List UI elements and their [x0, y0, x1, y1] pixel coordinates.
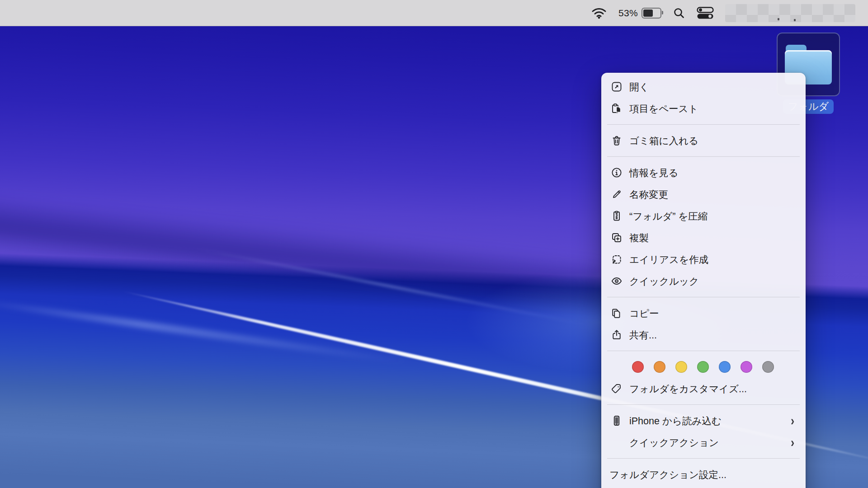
menu-item-label: コピー	[629, 307, 659, 320]
menu-bar-status-items: 53%	[585, 4, 855, 22]
menu-item-import-from-iphone[interactable]: iPhone から読み込む ›	[601, 410, 806, 432]
menu-item-label: 開く	[629, 80, 649, 94]
tag-green[interactable]	[697, 361, 709, 373]
rename-pencil-icon	[610, 188, 623, 201]
tag-yellow[interactable]	[675, 361, 687, 373]
spotlight-menu-item[interactable]	[667, 4, 691, 22]
context-menu: 開く 項目をペースト ゴミ箱に入れる	[601, 73, 806, 488]
menu-item-label: 複製	[629, 231, 649, 244]
menu-item-label: 名称変更	[629, 188, 668, 201]
empty-icon-spacer	[610, 436, 623, 449]
menu-item-copy[interactable]: コピー	[601, 302, 806, 324]
menu-item-label: フォルダアクション設定...	[609, 468, 726, 481]
submenu-chevron-icon: ›	[791, 414, 794, 427]
menu-item-rename[interactable]: 名称変更	[601, 183, 806, 205]
menu-separator	[607, 156, 800, 157]
redacted-text-dot	[794, 19, 796, 21]
menu-item-label: 項目をペースト	[629, 102, 698, 115]
battery-menu-item[interactable]: 53%	[613, 8, 667, 19]
menu-item-open[interactable]: 開く	[601, 76, 806, 98]
tag-color-row	[601, 356, 806, 378]
menu-item-quick-look[interactable]: クイックルック	[601, 270, 806, 292]
menu-item-label: 共有...	[629, 328, 657, 342]
menu-item-get-info[interactable]: 情報を見る	[601, 162, 806, 183]
iphone-icon	[610, 414, 623, 427]
copy-icon	[610, 307, 623, 319]
menu-item-duplicate[interactable]: 複製	[601, 227, 806, 249]
control-center-menu-item[interactable]	[691, 4, 720, 22]
wifi-menu-item[interactable]	[585, 4, 613, 22]
menu-item-make-alias[interactable]: エイリアスを作成	[601, 249, 806, 270]
alias-icon	[610, 253, 623, 266]
menu-item-label: iPhone から読み込む	[629, 414, 722, 427]
menu-item-label: フォルダをカスタマイズ...	[629, 382, 747, 395]
control-center-icon	[697, 7, 714, 19]
tag-blue[interactable]	[719, 361, 731, 373]
paste-icon	[610, 102, 623, 115]
menu-item-label: エイリアスを作成	[629, 253, 708, 266]
menu-item-customize-folder[interactable]: フォルダをカスタマイズ...	[601, 378, 806, 399]
search-icon	[673, 7, 685, 19]
menu-separator	[607, 351, 800, 351]
menu-item-move-to-trash[interactable]: ゴミ箱に入れる	[601, 130, 806, 151]
info-icon	[610, 166, 623, 179]
quick-look-eye-icon	[610, 275, 623, 287]
menu-separator	[607, 124, 800, 125]
tag-orange[interactable]	[654, 361, 665, 373]
wifi-icon	[591, 7, 607, 19]
trash-icon	[610, 134, 623, 147]
tag-gray[interactable]	[762, 361, 774, 373]
menu-separator	[607, 458, 800, 459]
open-icon	[610, 80, 623, 93]
menu-item-paste[interactable]: 項目をペースト	[601, 98, 806, 119]
menu-item-compress[interactable]: “フォルダ” を圧縮	[601, 205, 806, 227]
duplicate-icon	[610, 231, 623, 244]
menu-separator	[607, 404, 800, 405]
menu-item-label: ゴミ箱に入れる	[629, 134, 698, 147]
tag-red[interactable]	[632, 361, 644, 373]
tag-purple[interactable]	[741, 361, 752, 373]
redacted-clock-area[interactable]	[725, 4, 855, 22]
menu-item-share[interactable]: 共有...	[601, 324, 806, 346]
menu-item-label: “フォルダ” を圧縮	[629, 210, 708, 223]
menu-item-folder-actions-setup[interactable]: フォルダアクション設定...	[601, 464, 806, 485]
menu-item-quick-actions[interactable]: クイックアクション ›	[601, 432, 806, 453]
menu-item-label: クイックルック	[629, 275, 699, 288]
share-icon	[610, 328, 623, 341]
redacted-text-dot	[778, 18, 779, 20]
menu-item-label: 情報を見る	[629, 166, 679, 179]
compress-zip-icon	[610, 210, 623, 222]
battery-icon	[642, 8, 661, 19]
menu-separator	[607, 297, 800, 297]
menu-bar: 53%	[0, 0, 868, 26]
menu-item-label: クイックアクション	[629, 436, 719, 449]
tag-icon	[610, 382, 623, 395]
submenu-chevron-icon: ›	[791, 436, 794, 449]
battery-percentage: 53%	[618, 8, 638, 19]
